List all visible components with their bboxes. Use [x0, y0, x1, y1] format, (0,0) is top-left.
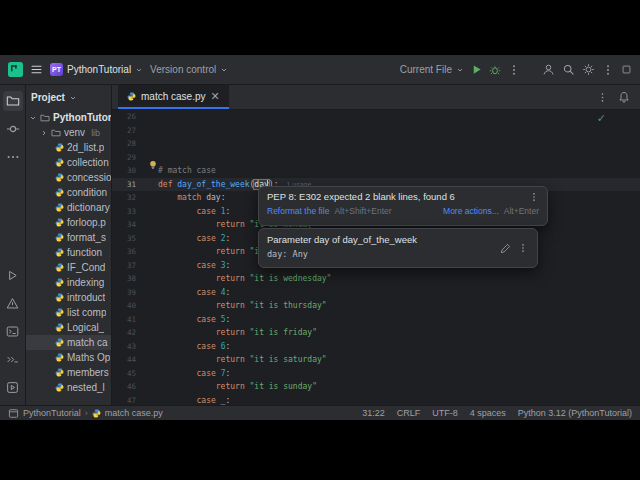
- line-number[interactable]: 46: [112, 382, 146, 391]
- run-button[interactable]: [471, 64, 482, 75]
- popup-more-button[interactable]: [518, 243, 528, 253]
- code-line[interactable]: 40 return "it is thursday": [112, 299, 640, 313]
- line-number[interactable]: 36: [112, 247, 146, 256]
- breadcrumb-project[interactable]: PythonTutorial: [23, 408, 81, 418]
- line-number[interactable]: 40: [112, 301, 146, 310]
- project-selector[interactable]: PT PythonTutorial: [50, 63, 143, 76]
- user-icon[interactable]: [542, 63, 555, 76]
- code-line[interactable]: 45 case 7:: [112, 367, 640, 381]
- tree-item-file[interactable]: function: [26, 245, 111, 260]
- line-number[interactable]: 31: [112, 180, 146, 189]
- line-number[interactable]: 35: [112, 234, 146, 243]
- code-line[interactable]: 44 return "it is saturday": [112, 353, 640, 367]
- more-actions-link[interactable]: More actions...: [443, 206, 499, 216]
- tree-item-file[interactable]: format_s: [26, 230, 111, 245]
- tree-item-file[interactable]: match ca: [26, 335, 111, 350]
- code-line[interactable]: 38 return "it is wednesday": [112, 272, 640, 286]
- python-file-icon: [55, 173, 64, 182]
- python-console-tool-button[interactable]: [3, 349, 23, 369]
- tree-item-file[interactable]: concessio: [26, 170, 111, 185]
- line-number[interactable]: 39: [112, 288, 146, 297]
- project-tool-button[interactable]: [3, 91, 23, 111]
- code-line[interactable]: 43 case 6:: [112, 340, 640, 354]
- tree-item-file[interactable]: nested_l: [26, 380, 111, 395]
- run-config-selector[interactable]: Current File: [400, 64, 464, 75]
- run-tool-button[interactable]: [3, 265, 23, 285]
- tree-item-file[interactable]: Maths Op: [26, 350, 111, 365]
- line-number[interactable]: 29: [112, 153, 146, 162]
- line-number[interactable]: 38: [112, 274, 146, 283]
- code-line[interactable]: 27: [112, 124, 640, 138]
- debug-button[interactable]: [489, 64, 501, 76]
- code-line[interactable]: 26: [112, 110, 640, 124]
- line-number[interactable]: 27: [112, 126, 146, 135]
- status-widget[interactable]: 31:22: [362, 408, 385, 418]
- code-line[interactable]: 47 case _:: [112, 394, 640, 406]
- more-vertical-button[interactable]: [602, 64, 614, 76]
- status-widget[interactable]: UTF-8: [432, 408, 458, 418]
- code-line[interactable]: 41 case 5:: [112, 313, 640, 327]
- tree-item-file[interactable]: Logical_: [26, 320, 111, 335]
- vcs-widget[interactable]: Version control: [150, 64, 228, 75]
- tree-item-file[interactable]: indexing: [26, 275, 111, 290]
- line-number[interactable]: 32: [112, 193, 146, 202]
- tree-item-file[interactable]: condition: [26, 185, 111, 200]
- main-menu-button[interactable]: [30, 63, 43, 76]
- search-icon[interactable]: [562, 63, 575, 76]
- status-widget[interactable]: CRLF: [397, 408, 421, 418]
- tree-item-file[interactable]: introduct: [26, 290, 111, 305]
- line-number[interactable]: 41: [112, 315, 146, 324]
- problems-tool-button[interactable]: [3, 293, 23, 313]
- commit-tool-button[interactable]: [3, 119, 23, 139]
- line-number[interactable]: 42: [112, 328, 146, 337]
- line-number[interactable]: 43: [112, 342, 146, 351]
- line-number[interactable]: 37: [112, 261, 146, 270]
- status-widget[interactable]: 4 spaces: [470, 408, 506, 418]
- line-number[interactable]: 33: [112, 207, 146, 216]
- tree-item-file[interactable]: members: [26, 365, 111, 380]
- run-config-label: Current File: [400, 64, 452, 75]
- status-widget[interactable]: Python 3.12 (PythonTutorial): [518, 408, 632, 418]
- code-line[interactable]: 29: [112, 151, 640, 165]
- edit-icon[interactable]: [500, 243, 511, 254]
- code-line[interactable]: 30# match case: [112, 164, 640, 178]
- line-number[interactable]: 45: [112, 369, 146, 378]
- tree-item-venv[interactable]: venvlib: [26, 125, 111, 140]
- tab-match-case[interactable]: match case.py ✕: [118, 85, 229, 109]
- tool-window-icon[interactable]: [8, 408, 19, 419]
- code-line[interactable]: 28: [112, 137, 640, 151]
- run-more-button[interactable]: [508, 64, 520, 76]
- line-number[interactable]: 26: [112, 112, 146, 121]
- breadcrumb-file[interactable]: match case.py: [105, 408, 163, 418]
- code-line[interactable]: 42 return "it is friday": [112, 326, 640, 340]
- tree-item-file[interactable]: dictionary: [26, 200, 111, 215]
- tree-item-file[interactable]: collection: [26, 155, 111, 170]
- chevron-right-icon[interactable]: [40, 129, 48, 137]
- chevron-down-icon[interactable]: [29, 114, 37, 122]
- code-line[interactable]: 46 return "it is sunday": [112, 380, 640, 394]
- tree-item-file[interactable]: forloop.p: [26, 215, 111, 230]
- notifications-icon[interactable]: [618, 91, 630, 103]
- line-number[interactable]: 44: [112, 355, 146, 364]
- popup-more-button[interactable]: [529, 192, 539, 202]
- services-tool-button[interactable]: [3, 377, 23, 397]
- project-tree: PythonTutorialvenvlib2d_list.pcollection…: [26, 110, 111, 395]
- line-number[interactable]: 30: [112, 166, 146, 175]
- settings-icon[interactable]: [582, 63, 595, 76]
- project-panel-header[interactable]: Project: [26, 85, 111, 110]
- maximize-button[interactable]: [621, 64, 632, 75]
- more-tools-button[interactable]: [3, 147, 23, 167]
- tree-item-file[interactable]: 2d_list.p: [26, 140, 111, 155]
- code-line[interactable]: 39 case 4:: [112, 286, 640, 300]
- tree-item-label: condition: [67, 187, 107, 198]
- line-number[interactable]: 47: [112, 396, 146, 405]
- tree-item-file[interactable]: list comp: [26, 305, 111, 320]
- editor-more-button[interactable]: [597, 92, 608, 103]
- code-text: return "it is wednesday": [146, 274, 331, 283]
- tree-item-file[interactable]: IF_Cond: [26, 260, 111, 275]
- terminal-tool-button[interactable]: [3, 321, 23, 341]
- tree-item-root[interactable]: PythonTutorial: [26, 110, 111, 125]
- reformat-file-link[interactable]: Reformat the file: [267, 206, 329, 216]
- line-number[interactable]: 34: [112, 220, 146, 229]
- line-number[interactable]: 28: [112, 139, 146, 148]
